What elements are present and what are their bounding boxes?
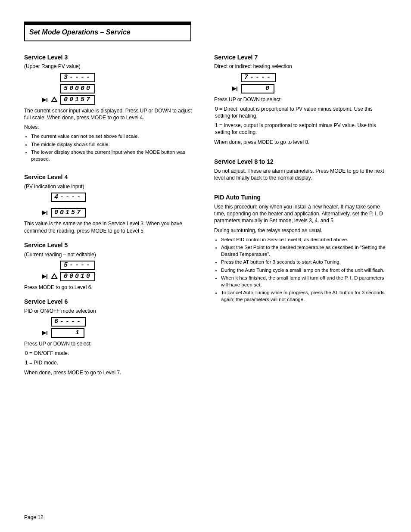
right-arrow-icon (231, 85, 238, 92)
up-arrow-icon (51, 273, 58, 280)
pid-auto-tuning-heading: PID Auto Tuning (214, 193, 387, 202)
service-level-3-notes: The current value can not be set above f… (24, 133, 197, 162)
title-top-bar (24, 22, 191, 25)
service-level-4-intro: (PV indication value input) (24, 183, 197, 190)
pid-auto-tuning-p2: During autotuning, the relays respond as… (214, 227, 387, 234)
service-level-6-displays: 6---- 1 (41, 317, 197, 338)
service-level-8-12: Service Level 8 to 12 Do not adjust. The… (214, 158, 387, 181)
service-level-7-select: Press UP or DOWN to select: (214, 96, 387, 103)
display-cell: 0 (241, 84, 274, 93)
pid-auto-tuning-p1: Use this procedure only when you install… (214, 203, 387, 224)
display-cell: 00010 (60, 272, 95, 281)
display-cell: 5---- (60, 261, 95, 270)
option-row: 1 = PID mode. (25, 359, 197, 366)
display-cell: 00157 (51, 208, 86, 218)
up-arrow-icon (51, 96, 58, 103)
list-item: The middle display shows full scale. (31, 141, 197, 148)
service-level-8-12-text: Do not adjust. These are alarm parameter… (214, 168, 387, 181)
service-level-3: Service Level 3 (Upper Range PV value) 3… (24, 53, 197, 163)
service-level-6: Service Level 6 PID or ON/OFF mode selec… (24, 298, 197, 376)
display-cell: 4---- (51, 193, 86, 202)
service-level-6-select: Press UP or DOWN to select: (24, 340, 197, 347)
service-level-7-heading: Service Level 7 (214, 53, 387, 62)
service-level-7-sub: Direct or indirect heating selection (214, 63, 387, 70)
service-level-6-tail: When done, press MODE to go to Level 7. (24, 369, 197, 376)
service-level-5: Service Level 5 (Current reading – not e… (24, 241, 197, 291)
service-level-3-intro: (Upper Range PV value) (24, 63, 197, 70)
pid-auto-tuning: PID Auto Tuning Use this procedure only … (214, 193, 387, 303)
service-level-7-tail: When done, press MODE to go to level 8. (214, 139, 387, 146)
list-item: The lower display shows the current inpu… (31, 149, 197, 162)
list-item: Adjust the Set Point to the desired temp… (221, 244, 387, 258)
list-item: When it has finished, the small lamp wil… (221, 275, 387, 288)
left-column: Service Level 3 (Upper Range PV value) 3… (24, 53, 197, 379)
right-arrow-icon (41, 330, 48, 336)
service-level-4-text: This value is the same as the one in Ser… (24, 220, 197, 234)
display-cell: 7---- (241, 73, 276, 82)
service-level-4-displays: 4---- 00157 (41, 193, 197, 218)
display-cell: 50000 (60, 84, 95, 93)
service-level-3-heading: Service Level 3 (24, 53, 197, 62)
display-cell: 1 (51, 328, 84, 338)
option-row: 0 = ON/OFF mode. (25, 350, 197, 357)
display-cell: 6---- (51, 317, 86, 327)
service-level-3-text: The current sensor input value is displa… (24, 107, 197, 121)
option-row: 1 = Inverse, output is proportional to s… (215, 122, 387, 136)
service-level-5-text: Press MODE to go to Level 6. (24, 284, 197, 291)
page-footer: Page 12 (24, 514, 44, 521)
notes-label: Notes: (24, 124, 197, 131)
list-item: During the Auto Tuning cycle a small lam… (221, 267, 387, 274)
service-level-4: Service Level 4 (PV indication value inp… (24, 173, 197, 234)
display-cell: 3---- (60, 73, 95, 82)
service-level-8-12-heading: Service Level 8 to 12 (214, 158, 387, 166)
service-level-6-sub: PID or ON/OFF mode selection (24, 308, 197, 314)
service-level-5-heading: Service Level 5 (24, 241, 197, 249)
right-arrow-icon (41, 273, 48, 280)
list-item: To cancel Auto Tuning while in progress,… (221, 289, 387, 303)
page-title: Set Mode Operations – Service (24, 25, 191, 41)
service-level-3-displays: 3---- 50000 00157 (41, 73, 197, 105)
display-cell: 00157 (60, 95, 95, 105)
service-level-5-intro: (Current reading – not editable) (24, 251, 197, 258)
list-item: The current value can not be set above f… (31, 133, 197, 140)
list-item: Select PID control in Service Level 6, a… (221, 236, 387, 243)
right-arrow-icon (41, 209, 48, 216)
right-arrow-icon (41, 96, 48, 103)
service-level-7-displays: 7---- 0 (231, 73, 387, 93)
option-row: 0 = Direct, output is proportional to PV… (215, 106, 387, 119)
service-level-4-heading: Service Level 4 (24, 173, 197, 181)
right-column: Service Level 7 Direct or indirect heati… (214, 53, 387, 379)
pid-auto-tuning-steps: Select PID control in Service Level 6, a… (214, 236, 387, 303)
service-level-6-heading: Service Level 6 (24, 298, 197, 306)
service-level-7: Service Level 7 Direct or indirect heati… (214, 53, 387, 146)
two-column-layout: Service Level 3 (Upper Range PV value) 3… (24, 53, 387, 379)
service-level-5-displays: 5---- 00010 (41, 261, 197, 281)
list-item: Press the AT button for 3 seconds to sta… (221, 259, 387, 266)
